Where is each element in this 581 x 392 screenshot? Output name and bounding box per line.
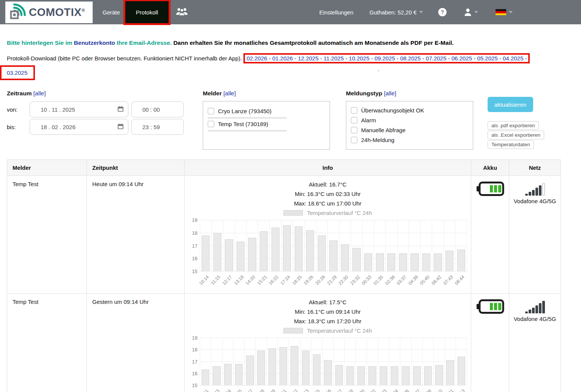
signal-strength-icon: [525, 183, 545, 196]
temperaturdaten-button[interactable]: Temperaturdaten: [488, 140, 534, 149]
von-date-input[interactable]: 10 . 11 . 2025: [30, 101, 128, 117]
cell-zeitpunkt: Heute um 09:14 Uhr: [87, 176, 185, 293]
x-axis-tick: 13:47: [242, 388, 254, 392]
help-icon[interactable]: ?: [438, 8, 447, 16]
x-axis-tick: 16:51: [276, 388, 287, 392]
language-menu[interactable]: [496, 9, 513, 16]
month-link[interactable]: 06.2025: [452, 55, 472, 62]
y-axis-tick: 18: [192, 230, 197, 236]
aktuell-value: Aktuell: 16.7°C: [187, 180, 469, 189]
x-axis-tick: 23:32: [349, 274, 361, 286]
month-link[interactable]: 11.2025: [324, 55, 344, 62]
y-axis-tick: 19: [192, 217, 197, 223]
temperature-bar: [446, 360, 454, 385]
cell-info: Aktuell: 16.7°C Min: 16.3°C um 02:33 Uhr…: [185, 176, 471, 293]
month-link[interactable]: 02.2026: [246, 55, 267, 62]
table-header: Melder Zeitpunkt Info Akku Netz: [7, 160, 560, 176]
melder-option[interactable]: Temp Test (730189): [208, 118, 287, 131]
month-link[interactable]: 04.2025: [503, 55, 523, 62]
temperature-bar: [341, 244, 349, 271]
chevron-down-icon[interactable]: [474, 11, 478, 13]
nav-einstellungen[interactable]: Einstellungen: [319, 9, 354, 16]
meldungstyp-option[interactable]: 24h-Meldung: [351, 135, 468, 145]
month-link[interactable]: 08.2025: [400, 55, 421, 62]
bis-time-input[interactable]: 23 : 59: [131, 119, 184, 135]
export-excel-button[interactable]: als .Excel exportieren: [488, 131, 544, 139]
x-axis-tick: 14:20: [245, 274, 256, 286]
y-axis-tick: 17: [192, 359, 197, 364]
month-link[interactable]: 09.2025: [374, 55, 395, 62]
chevron-down-icon[interactable]: [509, 11, 513, 13]
checkbox[interactable]: [208, 108, 214, 114]
chart-legend: Temperaturverlauf °C 24h: [187, 327, 469, 334]
user-menu[interactable]: [464, 8, 478, 16]
melder-option[interactable]: Cryo Lanze (793450): [208, 105, 287, 118]
checkbox[interactable]: [351, 127, 357, 133]
export-pdf-button[interactable]: als .pdf exportieren: [488, 121, 539, 130]
legend-swatch: [283, 210, 303, 216]
filter-section: Zeitraum [alle] von: 10 . 11 . 2025 00 :…: [7, 90, 574, 150]
von-time-input[interactable]: 00 : 00: [131, 101, 184, 117]
x-axis-tick: 19:55: [309, 388, 321, 392]
temperature-bar: [225, 239, 233, 271]
max-value: Max: 18.3°C um 17:20 Uhr: [187, 316, 469, 326]
tab-geraete[interactable]: Geräte: [97, 0, 125, 24]
temperature-bar: [402, 366, 409, 385]
calendar-icon[interactable]: [118, 106, 123, 113]
logo[interactable]: COMOTIX®: [5, 2, 93, 23]
month-link[interactable]: 01.2026: [272, 55, 293, 62]
nav-guthaben[interactable]: Guthaben: 52,20 €: [369, 9, 423, 16]
meldungstyp-option[interactable]: Alarm: [351, 115, 468, 125]
meldungstyp-alle-link[interactable]: [alle]: [384, 90, 396, 96]
temperature-chart: 191817161509:4110:4311:4412:4513:4714:48…: [187, 338, 469, 392]
y-axis-tick: 18: [192, 347, 197, 352]
meldungstyp-option-label: Alarm: [361, 117, 376, 123]
bis-date-input[interactable]: 18 . 02 . 2026: [30, 119, 128, 135]
users-group-icon[interactable]: [175, 6, 188, 18]
signal-bar: [525, 194, 528, 196]
x-axis-tick: 01:02: [365, 388, 377, 392]
checkbox[interactable]: [208, 121, 214, 127]
temperature-bar: [424, 366, 432, 385]
month-link[interactable]: 05.2025: [477, 55, 497, 62]
protocol-table: Melder Zeitpunkt Info Akku Netz Temp Tes…: [7, 160, 561, 392]
network-label: Vodafone 4G/5G: [514, 316, 556, 322]
checkbox[interactable]: [351, 137, 357, 143]
month-link[interactable]: 10.2025: [349, 55, 369, 62]
x-axis-tick: 15:21: [256, 274, 268, 286]
aktualisieren-button[interactable]: aktualisieren: [488, 97, 533, 112]
chevron-down-icon[interactable]: [419, 11, 423, 13]
melder-alle-link[interactable]: [alle]: [223, 90, 236, 96]
table-row: Temp Test Heute um 09:14 Uhr Aktuell: 16…: [7, 176, 560, 294]
temperature-bar: [313, 354, 320, 385]
x-axis-tick: 00:33: [361, 274, 373, 286]
cell-akku: [471, 294, 509, 392]
top-navbar: COMOTIX® Geräte Protokoll Einstellungen …: [0, 0, 581, 24]
temperature-bar: [329, 240, 337, 271]
temperature-bar: [324, 360, 332, 385]
x-axis-tick: 12:17: [221, 274, 233, 286]
month-link[interactable]: 12.2025: [298, 55, 319, 62]
tab-protokoll[interactable]: Protokoll: [125, 1, 169, 23]
temperature-bar: [364, 253, 372, 271]
month-link[interactable]: 03.2025: [7, 70, 27, 76]
x-axis-tick: 07:10: [432, 388, 444, 392]
meldungstyp-option[interactable]: Überwachungsobjekt OK: [351, 105, 468, 115]
stray-dot: .: [378, 66, 379, 72]
legend-swatch: [283, 328, 303, 334]
temperature-bar: [202, 370, 209, 385]
month-links: 02.2026 - 01.2026 - 12.2025 - 11.2025 - …: [245, 55, 528, 62]
x-axis-tick: 10:43: [209, 388, 221, 392]
zeitraum-alle-link[interactable]: [alle]: [33, 90, 46, 96]
calendar-icon[interactable]: [118, 123, 123, 130]
benutzerkonto-link[interactable]: Benutzerkonto: [74, 40, 115, 46]
month-link[interactable]: 07.2025: [426, 55, 446, 62]
temperature-bar: [260, 231, 268, 271]
meldungstyp-option[interactable]: Manuelle Abfrage: [351, 125, 468, 135]
checkbox[interactable]: [351, 117, 357, 123]
checkbox[interactable]: [351, 107, 357, 114]
signal-bar: [542, 183, 545, 196]
x-axis-tick: 02:36: [384, 274, 396, 286]
x-axis-tick: 21:57: [332, 388, 343, 392]
x-axis-tick: 04:06: [398, 388, 410, 392]
